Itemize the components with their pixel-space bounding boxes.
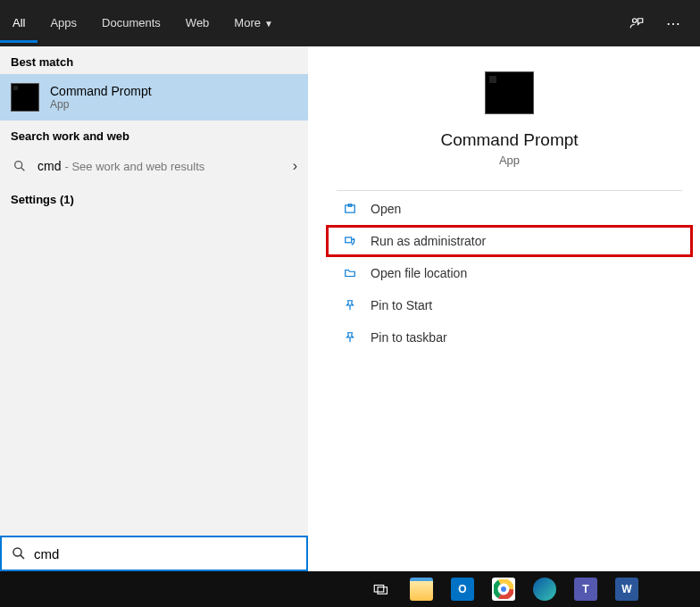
open-icon <box>342 203 358 215</box>
command-prompt-large-icon <box>485 71 534 114</box>
result-subtitle: App <box>50 98 152 111</box>
settings-group-label[interactable]: Settings (1) <box>0 184 308 215</box>
preview-title: Command Prompt <box>328 130 691 150</box>
svg-line-2 <box>21 168 25 171</box>
admin-shield-icon <box>342 235 358 247</box>
taskbar-app-explorer[interactable] <box>404 575 439 603</box>
taskbar-app-chrome[interactable] <box>486 575 521 603</box>
pin-start-icon <box>342 299 358 312</box>
action-pin-start-label: Pin to Start <box>371 298 432 312</box>
svg-point-1 <box>15 162 22 169</box>
tab-web[interactable]: Web <box>173 4 222 43</box>
chevron-right-icon: › <box>293 158 297 174</box>
more-options-icon[interactable]: ⋯ <box>655 8 691 39</box>
web-result-cmd[interactable]: cmd - See work and web results › <box>0 148 308 184</box>
divider <box>337 190 682 191</box>
results-pane: Best match Command Prompt App Search wor… <box>0 46 308 571</box>
result-command-prompt[interactable]: Command Prompt App <box>0 74 308 121</box>
svg-point-7 <box>13 548 21 556</box>
tab-documents[interactable]: Documents <box>89 4 173 43</box>
action-open-file-location[interactable]: Open file location <box>319 257 700 289</box>
action-pin-taskbar-label: Pin to taskbar <box>371 330 447 345</box>
tab-apps[interactable]: Apps <box>38 4 89 43</box>
search-input[interactable] <box>34 546 301 561</box>
action-pin-to-taskbar[interactable]: Pin to taskbar <box>319 321 700 353</box>
action-pin-to-start[interactable]: Pin to Start <box>319 289 700 321</box>
preview-subtitle: App <box>328 154 691 167</box>
feedback-icon[interactable] <box>618 8 655 38</box>
action-open-location-label: Open file location <box>371 266 467 280</box>
search-scope-tabs: All Apps Documents Web More▼ ⋯ <box>0 0 700 46</box>
search-work-web-label: Search work and web <box>0 121 308 148</box>
taskbar-app-teams[interactable]: T <box>568 575 604 603</box>
svg-rect-10 <box>378 587 388 595</box>
tab-more[interactable]: More▼ <box>221 4 286 43</box>
search-box[interactable] <box>0 536 308 571</box>
search-icon <box>11 545 27 561</box>
action-open[interactable]: Open <box>319 193 700 225</box>
action-run-admin-label: Run as administrator <box>371 234 486 248</box>
action-run-as-administrator[interactable]: Run as administrator <box>326 225 693 257</box>
svg-line-8 <box>21 555 24 559</box>
taskbar-app-outlook[interactable]: O <box>445 575 480 603</box>
cortana-icon[interactable] <box>321 575 357 603</box>
search-icon <box>11 157 29 175</box>
task-view-icon[interactable] <box>362 575 398 603</box>
pin-taskbar-icon <box>342 331 358 344</box>
command-prompt-icon <box>11 83 39 112</box>
folder-icon <box>342 267 358 279</box>
svg-rect-9 <box>374 586 384 593</box>
tab-all[interactable]: All <box>0 4 38 43</box>
svg-rect-4 <box>346 237 352 243</box>
action-open-label: Open <box>371 202 401 216</box>
taskbar-app-edge[interactable] <box>527 575 562 603</box>
best-match-label: Best match <box>0 46 308 74</box>
taskbar-app-word[interactable]: W <box>609 575 645 603</box>
web-result-query: cmd <box>38 159 61 173</box>
preview-pane: Command Prompt App Open Run as administr… <box>319 46 700 571</box>
taskbar: O T W <box>0 571 700 607</box>
svg-point-0 <box>633 19 638 23</box>
web-result-hint: - See work and web results <box>64 160 204 173</box>
result-title: Command Prompt <box>50 84 152 98</box>
